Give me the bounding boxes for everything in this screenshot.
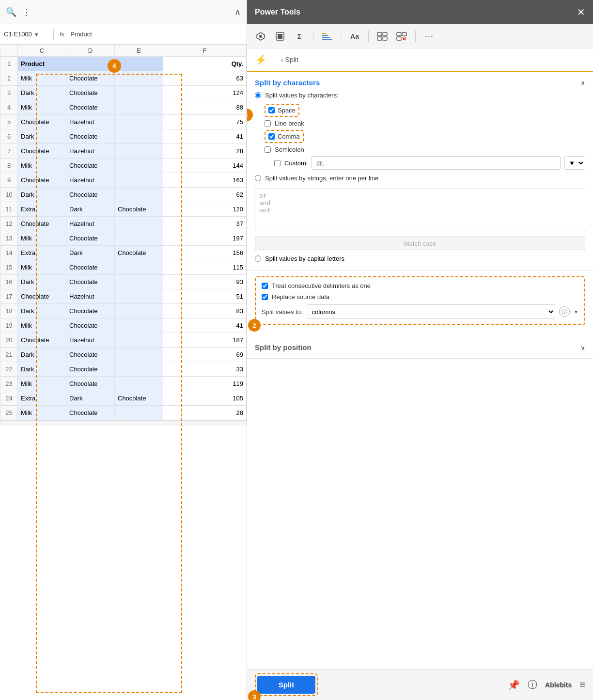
cell-c[interactable]: Dark	[18, 129, 66, 144]
cell-c[interactable]: Extra	[18, 202, 66, 217]
cell-c[interactable]: Chocolate	[18, 144, 66, 159]
cell-d[interactable]: Hazelnut	[66, 333, 115, 348]
sum-tool-icon[interactable]: Σ	[292, 29, 307, 44]
cell-e[interactable]	[115, 217, 163, 231]
cell-d[interactable]: Chocolate	[66, 100, 115, 115]
split-to-select[interactable]: columns rows	[307, 304, 556, 319]
cell-e[interactable]: Chocolate	[115, 391, 163, 406]
cell-c[interactable]: Milk	[18, 100, 66, 115]
cell-d[interactable]: Dark	[66, 246, 115, 260]
cell-d[interactable]: Hazelnut	[66, 115, 115, 129]
checkbox-comma-input[interactable]	[268, 133, 275, 140]
cell-e[interactable]: Chocolate	[115, 246, 163, 260]
cell-e[interactable]	[115, 71, 163, 86]
cell-c[interactable]: Milk	[18, 260, 66, 275]
col-header-c[interactable]: C	[18, 45, 66, 57]
cell-e[interactable]	[115, 144, 163, 159]
cell-c[interactable]: Dark	[18, 304, 66, 318]
cell-d[interactable]: Chocolate	[66, 377, 115, 391]
panel-close-button[interactable]: ✕	[577, 6, 585, 18]
cell-f[interactable]: 156	[163, 246, 247, 260]
fill-tool-icon[interactable]	[272, 29, 288, 44]
split-to-info-button[interactable]: ⓘ	[559, 306, 570, 317]
cell-f[interactable]: 105	[163, 391, 247, 406]
cell-c[interactable]: Milk	[18, 406, 66, 420]
cell-f[interactable]: Qty.	[163, 57, 247, 71]
sort-tool-icon[interactable]	[319, 29, 335, 44]
cell-d[interactable]: Chocolate	[66, 362, 115, 377]
col-header-d[interactable]: D	[66, 45, 115, 57]
cell-d[interactable]: Hazelnut	[66, 289, 115, 304]
cell-reference[interactable]: C1:E1000 ▼	[4, 31, 47, 38]
cell-e[interactable]	[115, 129, 163, 144]
cell-c[interactable]: Milk	[18, 231, 66, 246]
checkbox-linebreak-label[interactable]: Line break	[275, 120, 304, 127]
cell-c[interactable]: Dark	[18, 188, 66, 202]
cell-d[interactable]: Chocolate	[66, 318, 115, 333]
cell-f[interactable]: 120	[163, 202, 247, 217]
menu-icon[interactable]: ≡	[579, 679, 585, 690]
cell-f[interactable]: 144	[163, 159, 247, 173]
info-circle-icon[interactable]: ⓘ	[528, 678, 537, 691]
checkbox-comma-label[interactable]: Comma	[278, 133, 300, 140]
checkbox-space-label[interactable]: Space	[278, 107, 296, 114]
cell-f[interactable]: 88	[163, 100, 247, 115]
cell-c[interactable]: Milk	[18, 377, 66, 391]
cell-c[interactable]: Chocolate	[18, 289, 66, 304]
cell-e[interactable]	[115, 57, 163, 71]
cell-d[interactable]: Chocolate	[66, 348, 115, 362]
checkbox-custom-label[interactable]: Custom:	[284, 159, 308, 167]
checkbox-linebreak-input[interactable]	[265, 120, 271, 127]
split-button[interactable]: Split	[257, 676, 315, 694]
split-by-characters-header[interactable]: Split by characters ∧	[247, 72, 593, 92]
cell-d[interactable]: Chocolate	[66, 71, 115, 86]
cell-d[interactable]: Chocolate	[66, 406, 115, 420]
cell-c[interactable]: Chocolate	[18, 173, 66, 188]
cell-e[interactable]	[115, 348, 163, 362]
cell-c[interactable]: Dark	[18, 86, 66, 100]
cell-d[interactable]: Chocolate	[66, 188, 115, 202]
cell-f[interactable]: 197	[163, 231, 247, 246]
cell-e[interactable]	[115, 231, 163, 246]
cell-e[interactable]	[115, 115, 163, 129]
cell-c[interactable]: Chocolate	[18, 115, 66, 129]
cell-e[interactable]	[115, 100, 163, 115]
cell-f[interactable]: 28	[163, 406, 247, 420]
cell-d[interactable]: Hazelnut	[66, 144, 115, 159]
cell-f[interactable]: 33	[163, 362, 247, 377]
checkbox-semicolon-label[interactable]: Semicolon	[275, 146, 304, 153]
cell-f[interactable]: 124	[163, 86, 247, 100]
cell-e[interactable]	[115, 159, 163, 173]
more-tools-icon[interactable]: ···	[421, 29, 437, 44]
radio-by-strings-label[interactable]: Split values by strings, enter one per l…	[265, 175, 378, 182]
cell-e[interactable]	[115, 377, 163, 391]
radio-by-capital-letters-input[interactable]	[255, 255, 261, 262]
cell-f[interactable]: 63	[163, 71, 247, 86]
checkbox-semicolon-input[interactable]	[265, 146, 271, 153]
dedupe-tool-icon[interactable]	[253, 29, 268, 44]
cell-f[interactable]: 28	[163, 144, 247, 159]
cell-f[interactable]: 37	[163, 217, 247, 231]
cell-c[interactable]: Dark	[18, 362, 66, 377]
cell-f[interactable]: 41	[163, 318, 247, 333]
search-icon[interactable]: 🔍	[6, 7, 16, 17]
cell-f[interactable]: 51	[163, 289, 247, 304]
cell-d[interactable]: Chocolate	[66, 159, 115, 173]
cell-f[interactable]: 93	[163, 275, 247, 289]
radio-by-characters-input[interactable]	[255, 92, 261, 98]
radio-by-capital-letters-label[interactable]: Split values by capital letters	[265, 255, 344, 262]
cell-e[interactable]	[115, 188, 163, 202]
checkbox-space-input[interactable]	[268, 107, 275, 113]
cell-c[interactable]: Product	[18, 57, 66, 71]
checkbox-replace-label[interactable]: Replace source data	[272, 293, 329, 301]
checkbox-consecutive-input[interactable]	[262, 283, 268, 289]
pin-icon[interactable]: 📌	[508, 679, 520, 691]
strings-textarea[interactable]: or and not	[255, 189, 585, 232]
horizontal-scrollbar[interactable]	[0, 420, 247, 426]
cell-f[interactable]: 119	[163, 377, 247, 391]
cell-f[interactable]: 41	[163, 129, 247, 144]
col-header-f[interactable]: F	[163, 45, 247, 57]
cell-e[interactable]	[115, 362, 163, 377]
cell-c[interactable]: Dark	[18, 275, 66, 289]
radio-by-characters-label[interactable]: Split values by characters:	[265, 92, 339, 99]
